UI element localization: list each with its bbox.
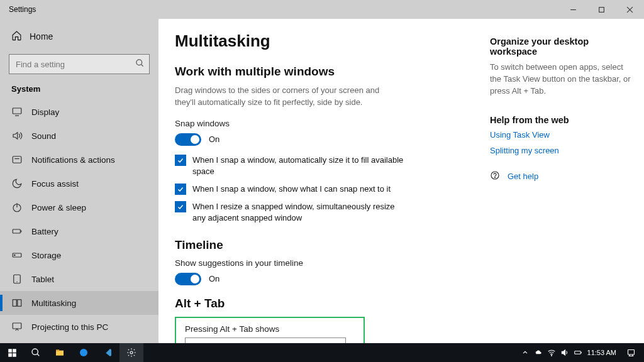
sidebar-item-label: Battery: [31, 227, 58, 236]
search-input[interactable]: [9, 54, 150, 74]
checkbox-show-snap-label: When I snap a window, show what I can sn…: [192, 184, 391, 195]
search-icon: [135, 58, 145, 70]
sidebar-item-multitasking[interactable]: Multitasking: [0, 291, 158, 315]
svg-line-29: [37, 354, 39, 356]
sidebar-item-label: Focus assist: [31, 179, 79, 189]
get-help-link[interactable]: Get help: [490, 170, 631, 182]
svg-line-5: [141, 64, 143, 66]
tablet-icon: [11, 273, 23, 285]
aside-heading-help: Help from the web: [490, 115, 631, 125]
projecting-icon: [11, 321, 23, 332]
section-heading-alttab: Alt + Tab: [175, 297, 490, 310]
tray-chevron-icon[interactable]: [521, 348, 530, 357]
sidebar-item-focus-assist[interactable]: Focus assist: [0, 172, 158, 195]
svg-rect-1: [599, 7, 604, 12]
start-button[interactable]: [0, 343, 24, 362]
page-title: Multitasking: [175, 31, 490, 51]
svg-point-33: [130, 351, 133, 354]
svg-rect-26: [8, 353, 12, 357]
timeline-label: Show suggestions in your timeline: [175, 258, 490, 268]
sidebar-item-power-sleep[interactable]: Power & sleep: [0, 195, 158, 219]
aside-text-organize: To switch between open apps, select the …: [490, 62, 631, 97]
tray-volume-icon[interactable]: [560, 348, 569, 357]
taskbar-clock[interactable]: 11:53 AM: [587, 349, 616, 356]
sidebar-home[interactable]: Home: [0, 25, 158, 52]
taskbar-settings[interactable]: [119, 343, 143, 362]
svg-rect-20: [18, 300, 21, 307]
sidebar-item-label: Projecting to this PC: [31, 322, 108, 332]
sidebar-home-label: Home: [30, 31, 53, 41]
sidebar-item-battery[interactable]: Battery: [0, 219, 158, 243]
svg-rect-21: [13, 323, 21, 329]
svg-marker-35: [562, 350, 565, 355]
timeline-state: On: [209, 274, 219, 283]
svg-point-34: [551, 355, 552, 356]
multitasking-icon: [11, 297, 23, 309]
svg-rect-19: [13, 300, 16, 307]
taskbar: 11:53 AM: [0, 343, 644, 362]
sidebar-item-display[interactable]: Display: [0, 100, 158, 124]
sound-icon: [11, 130, 23, 141]
sidebar-item-label: Notifications & actions: [31, 155, 115, 165]
svg-rect-6: [13, 108, 21, 114]
system-tray[interactable]: [521, 348, 582, 357]
section-heading-timeline: Timeline: [175, 238, 490, 252]
sidebar-category: System: [0, 84, 158, 100]
svg-point-32: [80, 349, 87, 356]
search-box[interactable]: [9, 54, 150, 74]
section-description: Drag windows to the sides or corners of …: [175, 85, 401, 109]
sidebar: Home System Display Sound Notifications: [0, 19, 158, 362]
taskbar-vscode[interactable]: [96, 343, 119, 362]
tray-onedrive-icon[interactable]: [534, 348, 543, 357]
link-split-screen[interactable]: Splitting my screen: [490, 146, 631, 155]
title-bar: Settings: [0, 0, 644, 19]
taskbar-explorer[interactable]: [48, 343, 72, 362]
sidebar-item-tablet[interactable]: Tablet: [0, 267, 158, 291]
snap-windows-label: Snap windows: [175, 119, 490, 128]
window-controls: [559, 0, 644, 19]
sidebar-item-label: Tablet: [31, 275, 54, 284]
tray-battery-icon[interactable]: [574, 348, 582, 357]
focus-assist-icon: [11, 178, 23, 189]
home-icon: [11, 30, 22, 43]
checkbox-autosize[interactable]: [175, 155, 186, 166]
storage-icon: [11, 250, 23, 261]
timeline-toggle[interactable]: [175, 273, 201, 285]
get-help-icon: [490, 170, 500, 182]
checkbox-autosize-label: When I snap a window, automatically size…: [192, 155, 406, 177]
svg-rect-36: [574, 351, 580, 354]
link-task-view[interactable]: Using Task View: [490, 130, 631, 140]
content-area: Multitasking Work with multiple windows …: [175, 31, 490, 362]
tray-wifi-icon[interactable]: [547, 348, 556, 357]
svg-rect-38: [628, 349, 634, 354]
display-icon: [11, 106, 23, 118]
sidebar-item-label: Storage: [31, 251, 61, 260]
aside-heading-organize: Organize your desktop workspace: [490, 36, 631, 57]
svg-rect-9: [13, 156, 21, 163]
snap-windows-state: On: [209, 134, 219, 144]
svg-rect-25: [13, 349, 16, 353]
sidebar-item-sound[interactable]: Sound: [0, 124, 158, 148]
battery-icon: [11, 226, 23, 237]
svg-rect-31: [56, 349, 59, 351]
sidebar-item-label: Display: [31, 107, 59, 117]
taskbar-edge[interactable]: [72, 343, 96, 362]
svg-point-23: [494, 177, 495, 177]
aside-panel: Organize your desktop workspace To switc…: [490, 31, 631, 362]
checkbox-show-snap[interactable]: [175, 184, 186, 195]
close-button[interactable]: [616, 0, 644, 19]
maximize-button[interactable]: [587, 0, 616, 19]
minimize-button[interactable]: [559, 0, 587, 19]
sidebar-item-projecting[interactable]: Projecting to this PC: [0, 315, 158, 339]
svg-rect-24: [8, 349, 12, 353]
notifications-icon: [11, 154, 23, 165]
svg-rect-13: [13, 229, 20, 233]
alttab-label: Pressing Alt + Tab shows: [185, 324, 355, 334]
taskbar-search[interactable]: [24, 343, 48, 362]
snap-windows-toggle[interactable]: [175, 133, 201, 146]
sidebar-item-notifications[interactable]: Notifications & actions: [0, 148, 158, 172]
svg-rect-27: [13, 353, 16, 357]
sidebar-item-storage[interactable]: Storage: [0, 243, 158, 267]
action-center-button[interactable]: [621, 343, 640, 362]
checkbox-resize-adjacent[interactable]: [175, 201, 186, 212]
